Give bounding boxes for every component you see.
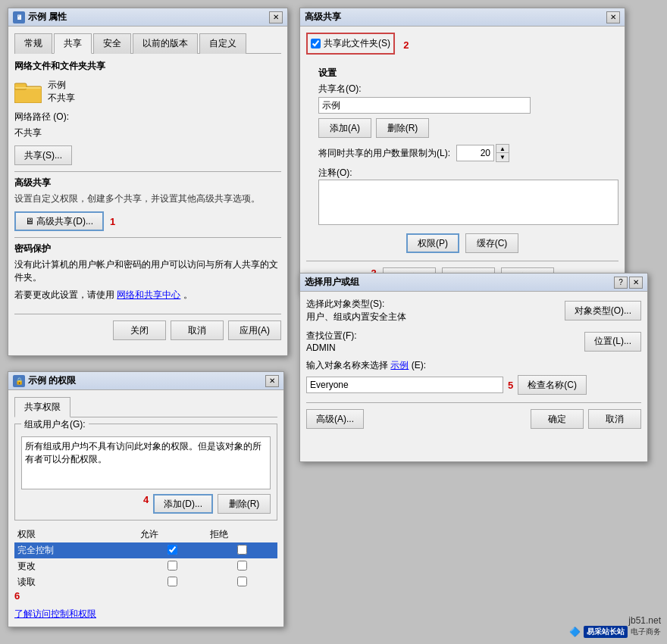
- perm-allow[interactable]: [137, 542, 208, 558]
- share-name-label: 共享名(O):: [318, 83, 362, 94]
- limit-input[interactable]: [456, 145, 494, 161]
- step6-label: 6: [14, 590, 20, 602]
- advanced-share-button[interactable]: 🖥 高级共享(D)...: [14, 211, 104, 231]
- tab-previous[interactable]: 以前的版本: [133, 33, 198, 54]
- svg-rect-2: [15, 87, 41, 89]
- divider1: [14, 171, 281, 172]
- object-name-input[interactable]: [306, 377, 503, 393]
- properties-titlebar: 🖥 示例 属性 ✕: [8, 8, 287, 27]
- location-row: 查找位置(F): ADMIN 位置(L)...: [306, 330, 641, 353]
- check-names-button[interactable]: 检查名称(C): [518, 375, 587, 395]
- spinbox-down[interactable]: ▼: [496, 153, 509, 161]
- tab-share-permissions[interactable]: 共享权限: [14, 397, 70, 417]
- location-label: 查找位置(F):: [306, 330, 357, 342]
- spinbox-up[interactable]: ▲: [496, 145, 509, 153]
- tab-general[interactable]: 常规: [14, 33, 52, 54]
- permissions-rows: 完全控制 更改 读取: [14, 542, 277, 590]
- share-button[interactable]: 共享(S)...: [14, 145, 72, 165]
- apply-button[interactable]: 应用(A): [228, 320, 281, 340]
- select-user-ok-button[interactable]: 确定: [531, 409, 584, 429]
- permissions-table-section: 权限 允许 拒绝 完全控制 更改 读: [14, 527, 277, 602]
- learn-link-row: 了解访问控制和权限: [14, 608, 277, 621]
- permissions-dialog: 🔒 示例 的权限 ✕ 共享权限 组或用户名(G): 所有组或用户均不具有访问此对…: [8, 371, 284, 627]
- properties-content: 常规 共享 安全 以前的版本 自定义 网络文件和文件夹共享 示例 不共享 网络路…: [8, 27, 287, 346]
- network-share-label: 网络文件和文件夹共享: [14, 60, 281, 73]
- cache-button[interactable]: 缓存(C): [465, 233, 518, 253]
- adv-titlebar-buttons[interactable]: ✕: [606, 11, 620, 23]
- step2-label: 2: [403, 39, 409, 51]
- input-name-label: 输入对象名称来选择 示例 (E):: [306, 359, 641, 372]
- learn-link[interactable]: 了解访问控制和权限: [14, 608, 96, 619]
- perm-allow[interactable]: [137, 558, 208, 574]
- example-link[interactable]: 示例: [390, 360, 409, 370]
- advanced-share-titlebar: 高级共享 ✕: [300, 8, 625, 27]
- remove-share-button[interactable]: 删除(R): [376, 118, 429, 138]
- perm-deny[interactable]: [207, 542, 277, 558]
- advanced-share-title: 高级共享: [305, 11, 341, 23]
- folder-name: 示例: [48, 79, 75, 92]
- comment-label: 注释(O):: [318, 167, 618, 180]
- permissions-icon: 🔒: [13, 375, 25, 387]
- remove-group-button[interactable]: 删除(R): [218, 494, 271, 514]
- folder-status: 不共享: [48, 92, 75, 105]
- logo-box: 易采站长站: [584, 626, 628, 638]
- limit-spinbox: ▲ ▼: [456, 144, 509, 162]
- close-icon[interactable]: ✕: [269, 11, 283, 23]
- share-checkbox[interactable]: [311, 39, 321, 48]
- perm-deny[interactable]: [207, 574, 277, 590]
- tab-share[interactable]: 共享: [54, 33, 92, 54]
- tab-custom[interactable]: 自定义: [199, 33, 246, 54]
- perm-titlebar-buttons[interactable]: ✕: [265, 375, 279, 387]
- password-label: 密码保护: [14, 242, 281, 255]
- step4-label: 4: [143, 494, 149, 514]
- select-user-bottom-buttons: 高级(A)... 确定 取消: [306, 402, 641, 429]
- location-button[interactable]: 位置(L)...: [584, 332, 641, 352]
- perm-col-deny: 拒绝: [207, 527, 277, 542]
- close-button[interactable]: 关闭: [113, 320, 166, 340]
- group-box: 组或用户名(G): 所有组或用户均不具有访问此对象的权限。但是该对象的所有者可以…: [14, 424, 277, 521]
- watermark-suffix: 电子商务: [631, 627, 661, 637]
- limit-label: 将同时共享的用户数量限制为(L):: [318, 147, 450, 160]
- permissions-titlebar: 🔒 示例 的权限 ✕: [8, 372, 283, 390]
- object-type-value: 用户、组或内置安全主体: [306, 311, 406, 324]
- help-icon[interactable]: ?: [614, 277, 628, 289]
- perm-name: 更改: [14, 558, 137, 574]
- share-btn-row: 共享(S)...: [14, 145, 281, 165]
- watermark-site: jb51.net: [569, 615, 661, 626]
- select-user-title: 选择用户或组: [305, 276, 359, 289]
- group-buttons: 4 添加(D)... 删除(R): [21, 494, 271, 514]
- perm-deny[interactable]: [207, 558, 277, 574]
- permissions-table: 权限 允许 拒绝 完全控制 更改 读: [14, 527, 277, 590]
- settings-label: 设置: [318, 67, 618, 80]
- cancel-button[interactable]: 取消: [171, 320, 224, 340]
- spinbox-arrows: ▲ ▼: [496, 144, 509, 162]
- perm-allow[interactable]: [137, 574, 208, 590]
- perm-close-icon[interactable]: ✕: [265, 375, 279, 387]
- select-user-advanced-button[interactable]: 高级(A)...: [306, 409, 364, 429]
- select-user-titlebar-buttons[interactable]: ? ✕: [614, 277, 643, 289]
- select-user-titlebar: 选择用户或组 ? ✕: [300, 274, 647, 292]
- table-row[interactable]: 更改: [14, 558, 277, 574]
- group-desc-text: 所有组或用户均不具有访问此对象的权限。但是该对象的所有者可以分配权限。: [25, 440, 267, 466]
- network-center-link[interactable]: 网络和共享中心: [117, 289, 180, 300]
- table-row[interactable]: 完全控制: [14, 542, 277, 558]
- perm-col-allow: 允许: [137, 527, 208, 542]
- tab-security[interactable]: 安全: [93, 33, 131, 54]
- add-share-button[interactable]: 添加(A): [318, 118, 371, 138]
- folder-details: 示例 不共享: [48, 79, 75, 105]
- select-user-close-icon[interactable]: ✕: [629, 277, 643, 289]
- object-type-row: 选择此对象类型(S): 用户、组或内置安全主体 对象类型(O)...: [306, 298, 641, 324]
- titlebar-buttons[interactable]: ✕: [269, 11, 283, 23]
- group-list[interactable]: 所有组或用户均不具有访问此对象的权限。但是该对象的所有者可以分配权限。: [21, 436, 271, 489]
- share-name-input[interactable]: [318, 97, 531, 114]
- select-user-ok-cancel: 确定 取消: [531, 409, 641, 429]
- add-group-button[interactable]: 添加(D)...: [153, 494, 213, 514]
- adv-close-icon[interactable]: ✕: [606, 11, 620, 23]
- permissions-button[interactable]: 权限(P): [406, 233, 459, 253]
- table-row[interactable]: 读取: [14, 574, 277, 590]
- share-checkbox-row: 共享此文件夹(S): [306, 33, 395, 55]
- select-user-cancel-button[interactable]: 取消: [588, 409, 641, 429]
- object-type-button[interactable]: 对象类型(O)...: [565, 301, 641, 320]
- comment-textarea[interactable]: [318, 180, 618, 225]
- perm-name: 读取: [14, 574, 137, 590]
